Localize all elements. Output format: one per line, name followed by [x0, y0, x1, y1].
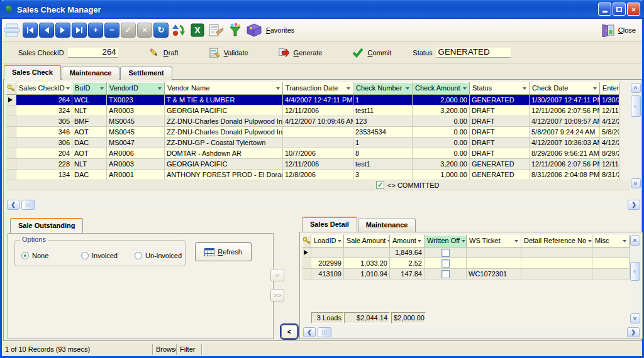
sort-data-icon[interactable]: [170, 22, 187, 38]
favorites-book-icon[interactable]: [246, 22, 262, 38]
column-filter-dropdown-icon[interactable]: [336, 237, 343, 244]
horizontal-scrollbar[interactable]: ❮|||❯: [303, 327, 640, 337]
column-filter-dropdown-icon[interactable]: [621, 237, 628, 244]
tab-sale-outstanding[interactable]: Sale Outstanding: [10, 218, 83, 233]
column-filter-dropdown-icon[interactable]: [461, 85, 468, 92]
table-row[interactable]: 134DACAR0001ANTHONY FOREST PROD - El Dor…: [6, 170, 641, 180]
written-off-checkbox[interactable]: [441, 249, 450, 257]
close-form-button[interactable]: Close: [601, 23, 636, 37]
table-row[interactable]: 2029991,033.202.52: [303, 258, 640, 269]
column-header-vendor_id[interactable]: VendorID: [107, 82, 165, 95]
column-header-misc[interactable]: Misc: [592, 235, 630, 247]
tab-sales-detail[interactable]: Sales Detail: [302, 217, 357, 232]
column-filter-dropdown-icon[interactable]: [416, 237, 423, 244]
commit-button[interactable]: Commit: [352, 47, 391, 58]
add-record-button[interactable]: +: [88, 23, 103, 38]
scroll-up-icon[interactable]: ˄: [631, 83, 641, 93]
column-header-transaction_date[interactable]: Transaction Date: [283, 82, 353, 95]
committed-filter-checkbox[interactable]: ✓: [376, 181, 384, 189]
column-header-sale_amount[interactable]: Sale Amount: [344, 235, 390, 247]
column-header-check_number[interactable]: Check Number: [353, 82, 413, 95]
table-row[interactable]: 4131091,010.94147.84WC1072301: [303, 269, 640, 279]
scroll-right-icon[interactable]: ❯: [627, 327, 640, 337]
column-filter-dropdown-icon[interactable]: [521, 85, 528, 92]
export-excel-icon[interactable]: X: [189, 22, 206, 38]
table-row[interactable]: 264WCLTX0023T & M TIE & LUMBER4/4/2007 1…: [6, 95, 641, 106]
written-off-checkbox[interactable]: [441, 270, 450, 278]
column-filter-dropdown-icon[interactable]: [274, 85, 281, 92]
column-header-amount[interactable]: Amount: [390, 235, 425, 247]
table-row[interactable]: 204AOTAR0006DOMTAR - Ashdown AR10/7/2006…: [6, 148, 641, 159]
scroll-up-icon[interactable]: ˄: [630, 236, 640, 246]
tab-maintenance[interactable]: Maintenance: [62, 67, 120, 80]
scroll-down-icon[interactable]: ˅: [630, 313, 640, 323]
column-header-detail_reference_no[interactable]: Detail Reference No: [521, 235, 592, 247]
table-row[interactable]: 305BMFMS0045ZZ-DNU-Charles Donald Pulpwo…: [6, 116, 641, 127]
column-header-ws_ticket[interactable]: WS Ticket: [467, 235, 521, 247]
column-filter-dropdown-icon[interactable]: [345, 85, 352, 92]
column-header-check_amount[interactable]: Check Amount: [413, 82, 470, 95]
radio-uninvoiced[interactable]: Un-invoiced: [135, 252, 182, 259]
refresh-data-button[interactable]: ↻: [153, 23, 169, 38]
column-filter-dropdown-icon[interactable]: [98, 85, 105, 92]
table-row[interactable]: 1,849.64: [303, 247, 640, 258]
scrollbar-thumb[interactable]: |||: [21, 200, 35, 210]
column-filter-dropdown-icon[interactable]: [586, 237, 592, 244]
radio-invoiced[interactable]: Invoiced: [81, 252, 118, 259]
generate-button[interactable]: Generate: [279, 47, 323, 58]
table-row[interactable]: 228NLTAR0003GEORGIA PACIFIC12/11/2006tes…: [6, 159, 641, 170]
draft-button[interactable]: Draft: [148, 47, 179, 58]
scrollbar-thumb[interactable]: ≡: [630, 262, 640, 281]
minimize-button[interactable]: [598, 3, 611, 16]
scroll-left-icon[interactable]: ❮: [7, 200, 19, 210]
move-left-button[interactable]: <: [281, 325, 297, 339]
column-header-sales_check_id[interactable]: Sales CheckID: [16, 82, 72, 95]
column-header-enter_date[interactable]: Enter D.: [600, 82, 619, 95]
move-right-button[interactable]: >: [270, 269, 284, 281]
next-record-button[interactable]: [55, 23, 70, 38]
column-filter-dropdown-icon[interactable]: [156, 85, 163, 92]
column-header-written_off[interactable]: Written Off: [425, 235, 467, 247]
move-all-right-button[interactable]: >>: [270, 289, 284, 301]
column-header-check_date[interactable]: Check Date: [530, 82, 600, 95]
scrollbar-thumb[interactable]: ≡: [631, 95, 641, 117]
grid-menu-icon[interactable]: [4, 22, 21, 38]
column-filter-dropdown-icon[interactable]: [513, 237, 519, 244]
cancel-edit-button[interactable]: ×: [137, 23, 152, 38]
tab-sales-check[interactable]: Sales Check: [4, 65, 61, 80]
vertical-scrollbar[interactable]: ˄≡˅: [630, 235, 640, 325]
filter-icon[interactable]: [227, 22, 243, 38]
column-filter-dropdown-icon[interactable]: [591, 85, 598, 92]
save-record-button[interactable]: ✓: [121, 23, 136, 38]
close-window-button[interactable]: ×: [627, 3, 640, 16]
column-filter-dropdown-icon[interactable]: [65, 85, 72, 92]
column-filter-dropdown-icon[interactable]: [460, 237, 467, 244]
vertical-scrollbar[interactable]: ˄≡˅: [630, 82, 641, 190]
table-row[interactable]: 346AOTMS0045ZZ-DNU-Charles Donald Pulpwo…: [6, 127, 641, 138]
sales-checkid-input[interactable]: [68, 48, 118, 58]
first-record-button[interactable]: [23, 23, 38, 38]
column-filter-dropdown-icon[interactable]: [386, 237, 390, 244]
edit-form-icon[interactable]: [208, 22, 225, 38]
validate-button[interactable]: Validate: [209, 47, 248, 58]
delete-record-button[interactable]: −: [104, 23, 119, 38]
status-value-field[interactable]: [436, 48, 511, 58]
maximize-button[interactable]: [613, 3, 626, 16]
previous-record-button[interactable]: [39, 23, 54, 38]
column-filter-dropdown-icon[interactable]: [404, 85, 411, 92]
last-record-button[interactable]: [72, 23, 87, 38]
column-header-status[interactable]: Status: [470, 82, 530, 95]
table-row[interactable]: 306DACMS0047ZZ-DNU-GP - Coastal Tylertow…: [6, 138, 641, 148]
refresh-button[interactable]: Refresh: [195, 242, 252, 261]
tab-settlement[interactable]: Settlement: [120, 67, 172, 80]
written-off-checkbox[interactable]: [441, 259, 450, 268]
column-header-vendor_name[interactable]: Vendor Name: [165, 82, 283, 95]
scroll-down-icon[interactable]: ˅: [631, 178, 641, 188]
tab-detail-maintenance[interactable]: Maintenance: [358, 219, 416, 232]
horizontal-scrollbar[interactable]: ❮|||❯: [6, 199, 641, 210]
column-header-bu_id[interactable]: BuID: [72, 82, 107, 95]
favorites-label[interactable]: Favorites: [266, 26, 294, 34]
column-header-load_id[interactable]: LoadID: [311, 235, 344, 247]
table-row[interactable]: 324NLTAR0003GEORGIA PACIFIC12/11/2006tes…: [6, 106, 641, 116]
scroll-left-icon[interactable]: ❮: [303, 327, 316, 337]
